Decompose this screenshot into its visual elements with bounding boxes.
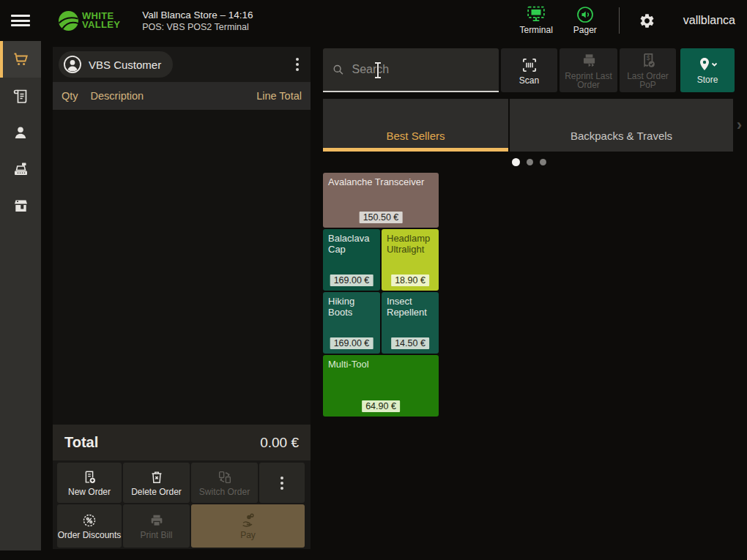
menu-hamburger-icon[interactable] — [11, 15, 30, 26]
nav-cart-button[interactable] — [0, 41, 41, 78]
category-tab-best-sellers[interactable]: Best Sellers — [323, 99, 508, 152]
reprint-last-order-button: Reprint Last Order — [560, 48, 617, 92]
scan-button[interactable]: Scan — [501, 48, 557, 92]
white-valley-globe-icon — [58, 10, 79, 31]
nav-shop-button[interactable] — [0, 187, 41, 224]
more-actions-icon — [276, 472, 288, 494]
top-bar: WHITE VALLEY Vall Blanca Store – 14:16 P… — [0, 0, 747, 41]
carousel-dot[interactable] — [527, 159, 533, 165]
product-card[interactable]: Multi-Tool64.90 € — [323, 355, 439, 417]
product-name: Headlamp Ultralight — [387, 233, 434, 255]
search-box[interactable] — [323, 48, 499, 92]
shop-icon — [12, 197, 30, 214]
product-name: Hiking Boots — [328, 296, 375, 318]
barcode-scan-icon — [520, 56, 539, 75]
store-location-pin-icon — [695, 56, 720, 74]
store-selector-button[interactable]: Store — [680, 48, 735, 92]
store-time-line: Vall Blanca Store – 14:16 — [142, 9, 253, 21]
pager-speaker-icon — [576, 6, 594, 23]
carousel-next-icon[interactable]: › — [737, 118, 742, 132]
last-order-pop-button: $ Last Order PoP — [620, 48, 676, 92]
svg-text:$: $ — [646, 54, 650, 61]
customer-avatar-icon — [63, 55, 82, 74]
topbar-divider — [619, 7, 620, 34]
product-price-tag: 150.50 € — [360, 212, 403, 223]
orders-receipt-icon — [12, 87, 29, 105]
switch-order-button: Switch Order — [191, 463, 258, 503]
delete-order-trash-icon — [149, 469, 165, 485]
order-panel: VBS Customer Qty Description Line Total … — [53, 47, 311, 549]
order-controls: New Order Delete Order Switch Order — [53, 460, 311, 549]
product-card[interactable]: Avalanche Transceiver150.50 € — [323, 173, 439, 228]
customers-icon — [12, 124, 29, 141]
cash-register-icon — [12, 160, 30, 178]
product-price-tag: 169.00 € — [330, 337, 374, 349]
product-name: Multi-Tool — [328, 359, 434, 370]
product-card[interactable]: Insect Repellent14.50 € — [382, 292, 439, 354]
carousel-dots — [323, 157, 735, 167]
product-price-tag: 169.00 € — [330, 275, 374, 286]
reprint-printer-icon — [579, 51, 598, 70]
category-tab-backpacks-travels[interactable]: Backpacks & Travels — [510, 99, 733, 152]
pay-button[interactable]: Pay — [191, 504, 305, 548]
product-grid: Avalanche Transceiver150.50 €Balaclava C… — [323, 173, 439, 417]
nav-customers-button[interactable] — [0, 114, 41, 151]
order-table-header: Qty Description Line Total — [53, 82, 311, 110]
total-label: Total — [64, 434, 98, 451]
mouse-text-cursor — [377, 62, 379, 78]
customer-button[interactable]: VBS Customer — [59, 51, 173, 78]
logged-in-username[interactable]: vallblanca — [683, 14, 735, 27]
product-name: Avalanche Transceiver — [328, 176, 434, 187]
brand-logo: WHITE VALLEY — [58, 10, 120, 31]
cart-icon — [12, 51, 29, 68]
col-qty: Qty — [62, 90, 78, 102]
product-price-tag: 18.90 € — [391, 275, 429, 286]
settings-gear-icon[interactable] — [639, 12, 655, 29]
order-lines-empty-area — [53, 110, 311, 425]
product-name: Balaclava Cap — [328, 233, 375, 255]
order-more-options-icon[interactable] — [291, 53, 303, 75]
product-card[interactable]: Headlamp Ultralight18.90 € — [382, 229, 439, 291]
terminal-label: Terminal — [519, 25, 552, 35]
customer-row: VBS Customer — [53, 47, 311, 82]
order-controls-more-button[interactable] — [259, 463, 305, 503]
total-value: 0.00 € — [260, 435, 299, 451]
pay-hand-coin-icon — [239, 512, 257, 529]
pos-session-title: Vall Blanca Store – 14:16 POS: VBS POS2 … — [142, 9, 253, 33]
left-nav-rail — [0, 41, 41, 550]
pos-terminal-line: POS: VBS POS2 Terminal — [142, 21, 253, 33]
last-order-receipt-check-icon: $ — [639, 51, 658, 70]
product-card[interactable]: Balaclava Cap169.00 € — [323, 229, 380, 291]
carousel-dot[interactable] — [512, 158, 520, 166]
new-order-button[interactable]: New Order — [57, 463, 122, 503]
search-row: Scan Reprint Last Order $ Last Order PoP — [323, 48, 735, 92]
nav-register-button[interactable] — [0, 151, 41, 187]
new-order-icon — [81, 469, 97, 485]
product-price-tag: 64.90 € — [362, 400, 400, 412]
order-total-row: Total 0.00 € — [53, 425, 311, 460]
search-icon — [332, 62, 344, 77]
product-price-tag: 14.50 € — [391, 337, 429, 349]
print-bill-printer-icon — [149, 512, 165, 529]
switch-order-icon — [217, 469, 233, 485]
category-tabs: Best Sellers Backpacks & Travels › — [323, 99, 735, 152]
discount-percent-icon — [81, 512, 97, 529]
product-screen: Scan Reprint Last Order $ Last Order PoP — [323, 48, 735, 417]
search-input[interactable] — [352, 63, 490, 76]
delete-order-button[interactable]: Delete Order — [123, 463, 190, 503]
pager-status-button[interactable]: Pager — [573, 6, 597, 35]
terminal-monitor-icon — [527, 6, 546, 23]
product-card[interactable]: Hiking Boots169.00 € — [323, 292, 380, 354]
carousel-dot[interactable] — [540, 159, 546, 165]
brand-name-line2: VALLEY — [82, 20, 120, 29]
nav-orders-button[interactable] — [0, 78, 41, 114]
order-discounts-button[interactable]: Order Discounts — [57, 504, 122, 548]
customer-button-label: VBS Customer — [89, 59, 161, 71]
col-description: Description — [91, 90, 144, 102]
col-line-total: Line Total — [256, 90, 302, 102]
product-name: Insect Repellent — [387, 296, 434, 318]
print-bill-button: Print Bill — [123, 504, 190, 548]
terminal-status-button[interactable]: Terminal — [519, 6, 552, 35]
pager-label: Pager — [573, 25, 597, 35]
